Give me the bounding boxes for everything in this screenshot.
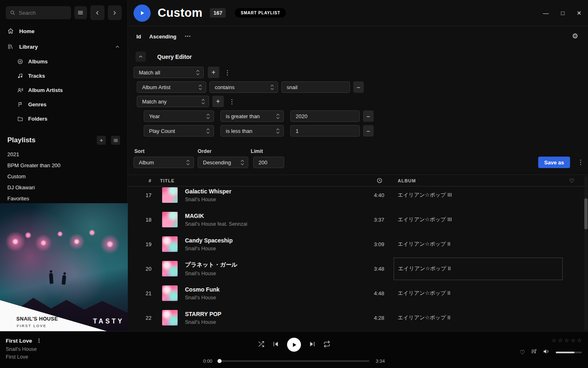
sidebar-item-tracks[interactable]: Tracks — [0, 69, 127, 83]
back-button[interactable] — [90, 5, 104, 20]
track-album[interactable]: エイリアン☆ポップ II — [384, 289, 556, 297]
search-field[interactable] — [19, 10, 63, 16]
column-header-favorite[interactable]: ♡ — [556, 177, 588, 184]
rule-value-field[interactable] — [296, 113, 356, 119]
repeat-button[interactable] — [323, 341, 330, 349]
sidebar-item-library[interactable]: Library — [0, 39, 127, 54]
search-input[interactable] — [6, 6, 71, 19]
track-artist[interactable]: Snail's House — [185, 197, 347, 202]
track-album-cell-focused[interactable]: エイリアン☆ポップ II — [384, 258, 556, 280]
star-icon[interactable]: ☆ — [552, 337, 557, 343]
column-header-title[interactable]: TITLE — [151, 178, 347, 183]
save-menu-button[interactable]: ⋮ — [576, 158, 586, 166]
playlist-item-2021[interactable]: 2021 — [0, 149, 127, 160]
track-title[interactable]: STARRY POP — [185, 311, 347, 317]
star-icon[interactable]: ☆ — [577, 337, 582, 343]
order-select[interactable]: Descending — [198, 157, 248, 168]
track-album[interactable]: エイリアン☆ポップ III — [384, 191, 556, 199]
limit-field[interactable] — [258, 159, 280, 166]
now-playing-album[interactable]: First Love — [6, 354, 42, 360]
chevron-up-icon[interactable] — [115, 44, 120, 49]
star-icon[interactable]: ☆ — [558, 337, 563, 343]
track-title[interactable]: Candy Spaceship — [185, 237, 347, 244]
play-pause-button[interactable] — [287, 338, 301, 352]
menu-button[interactable] — [74, 6, 87, 19]
rule-field-select[interactable]: Year — [144, 110, 214, 122]
playlist-item-dj-okawari[interactable]: DJ Okawari — [0, 182, 127, 193]
table-row[interactable]: 19 Candy Spaceship Snail's House 3:09 エイ… — [128, 232, 588, 256]
track-artist[interactable]: Snail's House — [185, 271, 347, 276]
match-all-select[interactable]: Match all — [134, 67, 204, 78]
rule-value-input[interactable] — [290, 125, 360, 137]
track-title[interactable]: MAGIK — [185, 213, 347, 219]
column-header-duration[interactable] — [347, 177, 384, 184]
add-playlist-button[interactable]: + — [97, 136, 106, 145]
remove-rule-button[interactable]: − — [363, 110, 374, 122]
sidebar-item-album-artists[interactable]: Album Artists — [0, 83, 127, 97]
limit-input[interactable] — [253, 157, 284, 168]
rule-operator-select[interactable]: is greater than — [220, 110, 284, 122]
seek-thumb[interactable] — [218, 359, 222, 363]
table-row[interactable]: 21 Cosmo Funk Snail's House 4:48 エイリアン☆ポ… — [128, 281, 588, 305]
add-group-rule-button[interactable]: + — [212, 96, 224, 107]
rule-value-field[interactable] — [287, 84, 346, 90]
play-playlist-button[interactable] — [134, 4, 151, 22]
playlist-list-button[interactable] — [111, 136, 120, 145]
rule-operator-select[interactable]: contains — [209, 81, 278, 93]
minimize-button[interactable]: — — [543, 10, 549, 16]
track-album[interactable]: エイリアン☆ポップ II — [384, 240, 556, 248]
settings-gear-icon[interactable]: ⚙ — [572, 32, 578, 40]
shuffle-button[interactable] — [258, 341, 265, 349]
playlist-item-bpm[interactable]: BPM Greater than 200 — [0, 160, 127, 171]
now-playing-artist[interactable]: Snail's House — [6, 346, 42, 352]
rule-field-select[interactable]: Album Artist — [137, 81, 206, 93]
queue-button[interactable] — [531, 348, 537, 357]
remove-rule-button[interactable]: − — [353, 81, 364, 93]
rule-value-input[interactable] — [290, 110, 360, 122]
track-menu-button[interactable]: ⋮ — [36, 337, 42, 344]
forward-button[interactable] — [108, 5, 122, 20]
rule-operator-select[interactable]: is less than — [220, 125, 284, 137]
track-artist[interactable]: Snail's House — [185, 246, 347, 251]
group-menu-button[interactable]: ⋮ — [227, 98, 237, 105]
scrollbar-thumb[interactable] — [584, 198, 588, 229]
track-artist[interactable]: Snail's House feat. Sennzai — [185, 221, 347, 227]
rule-value-field[interactable] — [296, 128, 356, 134]
track-album[interactable]: エイリアン☆ポップ III — [384, 216, 556, 223]
playlist-item-custom[interactable]: Custom — [0, 171, 127, 182]
sidebar-item-folders[interactable]: Folders — [0, 112, 127, 126]
sort-select[interactable]: Album — [134, 157, 194, 168]
remove-rule-button[interactable]: − — [363, 125, 374, 137]
track-album[interactable]: エイリアン☆ポップ II — [384, 314, 556, 321]
close-button[interactable]: ✕ — [577, 10, 581, 16]
star-icon[interactable]: ☆ — [564, 337, 569, 343]
save-as-button[interactable]: Save as — [538, 157, 570, 168]
track-artist[interactable]: Snail's House — [185, 295, 347, 301]
track-title[interactable]: プラネット・ガール — [185, 261, 347, 269]
table-row[interactable]: 18 MAGIK Snail's House feat. Sennzai 3:3… — [128, 207, 588, 232]
sort-order-button[interactable]: Ascending — [149, 34, 176, 40]
previous-button[interactable] — [272, 341, 279, 349]
more-options-button[interactable]: ⋯ — [185, 33, 191, 40]
seek-bar[interactable] — [218, 360, 370, 362]
table-row[interactable]: 22 STARRY POP Snail's House 4:28 エイリアン☆ポ… — [128, 305, 588, 330]
table-row[interactable]: 17 Galactic Whisper Snail's House 4:40 エ… — [128, 187, 588, 207]
volume-button[interactable] — [543, 348, 550, 357]
sidebar-item-home[interactable]: Home — [0, 23, 127, 39]
maximize-button[interactable]: □ — [561, 10, 564, 16]
sidebar-item-albums[interactable]: Albums — [0, 54, 127, 69]
table-row[interactable]: 20 プラネット・ガール Snail's House 3:48 エイリアン☆ポッ… — [128, 256, 588, 281]
rule-field-select[interactable]: Play Count — [144, 125, 214, 137]
match-any-select[interactable]: Match any — [137, 96, 209, 107]
sidebar-item-genres[interactable]: Genres — [0, 97, 127, 112]
add-rule-button[interactable]: + — [208, 67, 219, 78]
volume-slider[interactable] — [556, 352, 582, 353]
collapse-query-editor-button[interactable] — [136, 52, 146, 62]
track-title[interactable]: Galactic Whisper — [185, 188, 347, 195]
track-title[interactable]: Cosmo Funk — [185, 286, 347, 293]
sort-field-button[interactable]: Id — [136, 34, 141, 40]
star-icon[interactable]: ☆ — [571, 337, 576, 343]
next-button[interactable] — [309, 341, 316, 349]
playlist-item-favorites[interactable]: Favorites — [0, 193, 127, 204]
column-header-index[interactable]: # — [128, 178, 151, 183]
